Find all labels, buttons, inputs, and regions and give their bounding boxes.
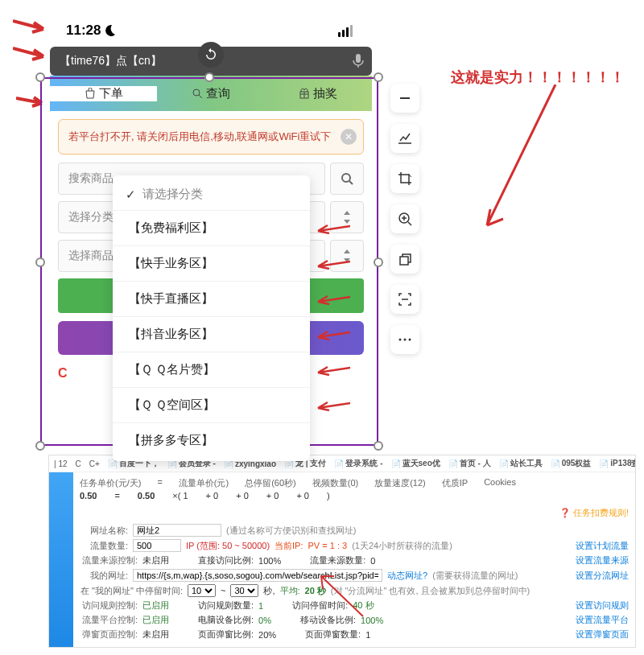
- stay-min[interactable]: 10: [188, 584, 216, 597]
- browser-tab[interactable]: 📄 iP138查询: [599, 458, 635, 469]
- handle[interactable]: [35, 72, 45, 82]
- status-bar: 11:28: [50, 16, 372, 45]
- moon-icon: [104, 24, 117, 37]
- gift-icon: [299, 88, 310, 99]
- svg-rect-5: [400, 257, 408, 265]
- browser-tab[interactable]: C+: [89, 458, 100, 469]
- name-input[interactable]: [133, 524, 221, 537]
- arrow-top3: [16, 95, 48, 108]
- handle[interactable]: [374, 257, 383, 267]
- handle[interactable]: [374, 441, 383, 451]
- search-icon: [192, 88, 203, 99]
- dropdown-item[interactable]: 【Ｑ Ｑ名片赞】: [113, 352, 310, 387]
- search-icon: [341, 172, 353, 185]
- plan-flow-link[interactable]: 设置计划流量: [576, 540, 629, 552]
- source-link[interactable]: 设置流量来源: [576, 554, 629, 566]
- svg-rect-0: [356, 54, 361, 63]
- search-button[interactable]: [330, 163, 364, 195]
- tab-order-label: 下单: [99, 86, 123, 101]
- tab-query[interactable]: 查询: [157, 86, 264, 101]
- row-count: 流量数量: IP (范围: 50 ~ 50000) 当前IP: PV = 1 :…: [80, 539, 629, 552]
- count-input[interactable]: [133, 539, 181, 552]
- formula-labels: 任务单价(元/天)=流量单价(元) 总停留(60秒)视频数量(0)放量速度(12…: [80, 477, 629, 489]
- browser-tab[interactable]: 📄 登录系统 -: [334, 458, 382, 469]
- dropdown-item[interactable]: 【免费福利区】: [113, 210, 310, 245]
- dropdown-item[interactable]: 【抖音业务区】: [113, 316, 310, 352]
- panel-main: 任务单价(元/天)=流量单价(元) 总停留(60秒)视频数量(0)放量速度(12…: [73, 472, 635, 648]
- row-popup: 弹窗页面控制: 未启用 页面弹窗比例:20% 页面弹窗数量:1 设置弹窗页面: [80, 628, 629, 641]
- signal-icon: [338, 25, 353, 37]
- address-text: 【time76】点【cn】: [60, 54, 162, 68]
- category-dropdown: ✓请选择分类 【免费福利区】 【快手业务区】 【快手直播区】 【抖音业务区】 【…: [113, 175, 310, 461]
- visit-link[interactable]: 设置访问规则: [576, 599, 629, 612]
- minus-button[interactable]: [390, 84, 419, 113]
- handle[interactable]: [374, 72, 383, 82]
- browser-tab[interactable]: 📄 首页 - 人: [448, 458, 491, 469]
- layers-button[interactable]: [390, 245, 419, 274]
- formula-values: 0.50=0.50 ×( 1+ 0+ 0 + 0+ 0): [80, 491, 629, 501]
- handle[interactable]: [35, 257, 45, 267]
- dropdown-header: ✓请选择分类: [113, 179, 310, 210]
- svg-point-1: [193, 89, 200, 96]
- arrow-url: [315, 572, 371, 620]
- tab-order[interactable]: 下单: [50, 86, 157, 101]
- platform-link[interactable]: 设置流量平台: [576, 614, 629, 626]
- tab-query-label: 查询: [206, 86, 230, 101]
- browser-tab[interactable]: 📄 站长工具: [499, 458, 543, 469]
- row-name: 网址名称: (通过名称可方便识别和查找网址): [80, 524, 629, 537]
- arrow-caption: [475, 84, 564, 237]
- alert-banner: 若平台打不开, 请关闭后用电信,移动,联通网或WiFi重试下 ✕: [58, 119, 364, 154]
- status-time: 11:28: [66, 23, 101, 39]
- zoom-button[interactable]: [390, 204, 419, 233]
- dropdown-item[interactable]: 【快手业务区】: [113, 245, 310, 281]
- browser-tab[interactable]: C: [76, 458, 81, 469]
- panel-left-strip: [49, 472, 73, 648]
- more-button[interactable]: [390, 325, 419, 354]
- scan-button[interactable]: [390, 285, 419, 314]
- alert-text: 若平台打不开, 请关闭后用电信,移动,联通网或WiFi重试下: [68, 130, 331, 142]
- browser-tab[interactable]: 📄 蓝天seo优: [391, 458, 440, 469]
- svg-point-6: [399, 339, 402, 341]
- svg-point-7: [404, 339, 407, 341]
- bag-icon: [85, 88, 96, 99]
- tab-lottery-label: 抽奖: [313, 86, 337, 101]
- dropdown-item[interactable]: 【拼多多专区】: [113, 422, 310, 458]
- row-source: 流量来源控制: 未启用 直接访问比例:100% 流量来源数量:0 设置流量来源: [80, 554, 629, 566]
- handle[interactable]: [35, 441, 45, 451]
- arrow-top1: [13, 18, 52, 34]
- arrow-top2: [13, 45, 52, 61]
- alert-close-icon[interactable]: ✕: [341, 129, 357, 145]
- chart-button[interactable]: [390, 124, 419, 153]
- dropdown-item[interactable]: 【快手直播区】: [113, 281, 310, 316]
- edit-tool-column: [390, 84, 419, 354]
- rule-link[interactable]: ❓ 任务扣费规则!: [559, 507, 629, 519]
- svg-point-3: [342, 174, 350, 182]
- popup-link[interactable]: 设置弹窗页面: [576, 628, 629, 641]
- browser-tab[interactable]: | 12: [54, 458, 68, 469]
- split-link[interactable]: 设置分流网址: [576, 570, 629, 582]
- address-bar[interactable]: 【time76】点【cn】: [50, 47, 372, 76]
- browser-panel: | 12 C C+ 📄 百度一下， 📄 会员登录 - 📄 zxyingxiao …: [48, 455, 636, 648]
- browser-tab[interactable]: 📄 095权益: [551, 458, 592, 469]
- svg-point-8: [409, 339, 411, 341]
- crop-button[interactable]: [390, 164, 419, 193]
- dropdown-item[interactable]: 【Ｑ Ｑ空间区】: [113, 387, 310, 422]
- reload-button[interactable]: [198, 42, 224, 68]
- stay-max[interactable]: 30: [230, 584, 258, 597]
- mic-icon[interactable]: [353, 54, 364, 68]
- handle[interactable]: [204, 72, 214, 82]
- tab-lottery[interactable]: 抽奖: [265, 86, 372, 101]
